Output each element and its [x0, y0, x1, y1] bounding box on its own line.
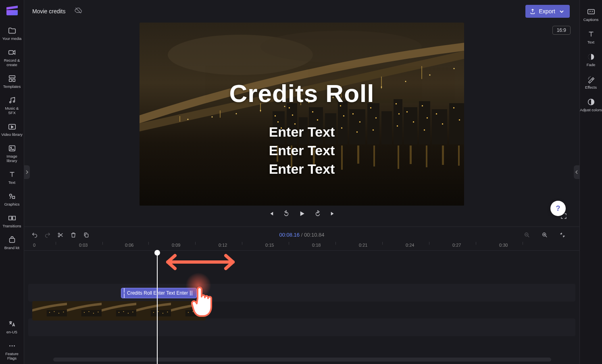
svg-point-14: [9, 345, 10, 347]
credits-line-2: Enter Text: [140, 141, 464, 160]
clip-right-handle[interactable]: [190, 291, 192, 295]
sidebar-item-label: en-US: [6, 330, 17, 334]
ruler-tick: 0: [33, 243, 35, 248]
svg-point-113: [93, 313, 94, 314]
sidebar-item-captions[interactable]: Captions: [580, 3, 602, 26]
redo-button[interactable]: [44, 232, 51, 238]
step-forward-button[interactable]: [314, 210, 321, 217]
svg-point-126: [167, 312, 168, 312]
sidebar-item-your-media[interactable]: Your media: [0, 23, 24, 44]
preview-canvas[interactable]: Credits Roll Enter Text Enter Text Enter…: [140, 23, 464, 206]
sidebar-item-label: Video library: [1, 132, 23, 137]
timeline-scrollbar[interactable]: [53, 358, 551, 362]
ruler-tick: 0:09: [172, 243, 180, 248]
sidebar-item-locale[interactable]: en-US: [0, 316, 24, 338]
ruler-tick: 0:15: [265, 243, 274, 248]
sidebar-item-image-library[interactable]: Image library: [0, 140, 24, 166]
sidebar-item-label: Transitions: [2, 224, 21, 228]
svg-rect-116: [116, 310, 136, 316]
svg-point-15: [11, 345, 12, 347]
ruler-tick: 0:18: [312, 243, 321, 248]
sidebar-item-label: Fade: [587, 62, 596, 67]
right-sidebar: Captions Text Fade Effects Adjust colors: [579, 0, 602, 364]
svg-rect-69: [352, 113, 354, 114]
svg-point-130: [192, 311, 193, 312]
svg-point-33: [236, 113, 237, 114]
svg-rect-10: [12, 196, 14, 199]
svg-point-31: [187, 119, 189, 120]
svg-rect-63: [312, 111, 313, 112]
project-title[interactable]: Movie credits: [32, 8, 65, 15]
svg-rect-78: [406, 111, 408, 112]
sidebar-item-text[interactable]: Text: [580, 26, 602, 48]
sidebar-item-brand-kit[interactable]: Brand kit: [0, 232, 24, 254]
svg-rect-110: [81, 310, 102, 316]
ruler-tick: 0:27: [452, 243, 461, 248]
spare-track[interactable]: [28, 318, 575, 336]
delete-button[interactable]: [70, 232, 77, 238]
svg-point-117: [119, 312, 119, 313]
svg-point-118: [123, 311, 124, 312]
svg-rect-2: [9, 79, 11, 81]
sidebar-item-text[interactable]: Text: [0, 166, 24, 188]
sidebar-item-transitions[interactable]: Transitions: [0, 210, 24, 232]
svg-rect-128: [185, 310, 206, 316]
play-button[interactable]: [298, 210, 306, 218]
sidebar-item-effects[interactable]: Effects: [580, 71, 602, 94]
svg-point-131: [197, 313, 198, 314]
fit-timeline-button[interactable]: [559, 232, 566, 238]
svg-rect-3: [12, 79, 15, 81]
sidebar-item-label: Feature Flags: [1, 352, 23, 360]
undo-button[interactable]: [31, 232, 38, 238]
svg-rect-64: [317, 119, 318, 121]
text-clip-credits-roll[interactable]: Credits Roll Enter Text Enter: [121, 288, 197, 298]
sidebar-item-templates[interactable]: Templates: [0, 71, 24, 92]
cloud-sync-off-icon[interactable]: [74, 6, 82, 16]
sidebar-item-record-create[interactable]: Record & create: [0, 44, 24, 71]
sidebar-item-adjust-colors[interactable]: Adjust colors: [580, 94, 602, 116]
svg-point-4: [9, 102, 11, 103]
timeline[interactable]: 0 0:03 0:06 0:09 0:12 0:15 0:18 0:21 0:2…: [24, 242, 579, 364]
step-back-button[interactable]: [283, 210, 290, 217]
chevron-down-icon: [558, 8, 565, 15]
ruler-tick: 0:12: [219, 243, 227, 248]
sidebar-item-music-sfx[interactable]: Music & SFX: [0, 92, 24, 119]
zoom-in-button[interactable]: [542, 232, 548, 238]
preview-area: 16:9: [24, 23, 579, 227]
sidebar-item-graphics[interactable]: Graphics: [0, 188, 24, 210]
duplicate-button[interactable]: [83, 232, 90, 238]
export-button[interactable]: Export: [525, 5, 570, 18]
sidebar-item-fade[interactable]: Fade: [580, 48, 602, 71]
video-clip[interactable]: [32, 301, 206, 320]
split-button[interactable]: [57, 232, 64, 238]
help-button[interactable]: ?: [550, 201, 566, 216]
text-clip-label: Credits Roll Enter Text Enter: [127, 290, 188, 296]
sidebar-item-label: Graphics: [4, 202, 19, 206]
text-track[interactable]: [28, 284, 575, 302]
app-logo-icon: [6, 4, 19, 15]
svg-point-106: [54, 311, 54, 312]
credits-title-text[interactable]: Credits Roll: [140, 79, 464, 108]
svg-point-129: [188, 312, 189, 313]
skip-end-button[interactable]: [329, 210, 337, 217]
svg-point-41: [429, 75, 431, 76]
sidebar-item-video-library[interactable]: Video library: [0, 119, 24, 140]
credits-lines[interactable]: Enter Text Enter Text Enter Text: [140, 123, 464, 178]
zoom-out-button[interactable]: [524, 232, 530, 238]
topbar: Movie credits Export: [24, 0, 578, 23]
svg-rect-61: [292, 114, 293, 116]
skip-start-button[interactable]: [267, 210, 275, 217]
svg-point-8: [10, 147, 11, 148]
timeline-ruler[interactable]: 0 0:03 0:06 0:09 0:12 0:15 0:18 0:21 0:2…: [24, 242, 579, 251]
ruler-tick: 0:30: [499, 243, 508, 248]
svg-rect-81: [427, 117, 428, 119]
clip-left-handle[interactable]: [124, 288, 125, 298]
aspect-ratio-button[interactable]: 16:9: [552, 26, 571, 35]
sidebar-item-feature-flags[interactable]: Feature Flags: [0, 338, 24, 364]
sidebar-item-label: Brand kit: [4, 245, 20, 250]
svg-point-114: [98, 312, 98, 312]
svg-point-125: [162, 313, 163, 314]
upload-icon: [529, 8, 536, 15]
svg-point-5: [13, 101, 15, 102]
sidebar-item-label: Text: [8, 180, 15, 185]
